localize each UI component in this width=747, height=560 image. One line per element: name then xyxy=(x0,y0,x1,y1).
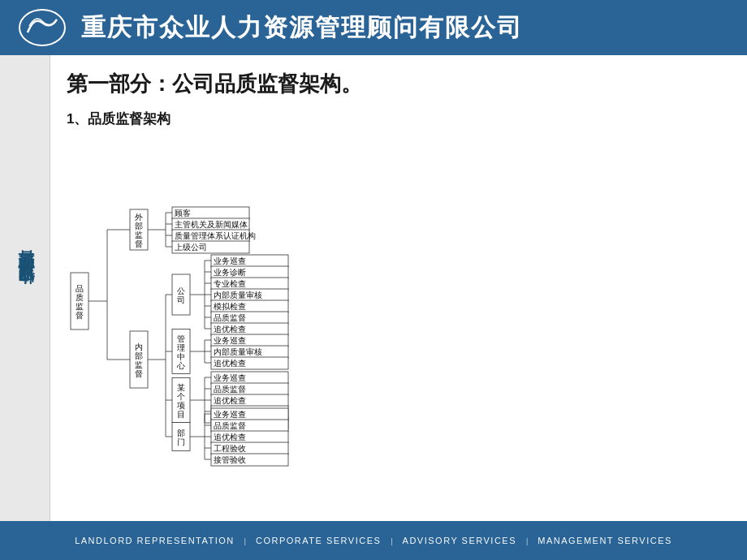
svg-text:部: 部 xyxy=(135,351,143,360)
svg-text:督: 督 xyxy=(135,239,143,248)
svg-text:某: 某 xyxy=(177,383,185,392)
svg-text:督: 督 xyxy=(135,369,143,378)
sidebar-label: 物业服务品质监督 xyxy=(14,278,36,298)
footer-sep-2: | xyxy=(391,536,392,545)
company-name: 重庆市众业人力资源管理顾问有限公司 xyxy=(81,11,523,45)
svg-text:监: 监 xyxy=(76,302,84,311)
svg-text:顾客: 顾客 xyxy=(175,209,191,218)
svg-text:追优检查: 追优检查 xyxy=(214,359,246,368)
svg-text:门: 门 xyxy=(177,437,185,446)
svg-text:中: 中 xyxy=(177,352,185,361)
svg-text:业务巡查: 业务巡查 xyxy=(214,410,246,419)
svg-text:心: 心 xyxy=(176,361,185,370)
svg-text:质: 质 xyxy=(76,293,84,302)
svg-text:部: 部 xyxy=(177,429,185,437)
org-chart: 品质监督外部监督顾客主管机关及新闻媒体质量管理体系认证机构上级公司内部监督公司业… xyxy=(67,136,635,469)
section-title: 第一部分：公司品质监督架构。 xyxy=(67,70,731,98)
svg-text:主管机关及新闻媒体: 主管机关及新闻媒体 xyxy=(175,220,248,229)
svg-text:业务诊断: 业务诊断 xyxy=(214,268,246,277)
svg-text:公: 公 xyxy=(177,286,185,295)
footer-item-management: MANAGEMENT SERVICES xyxy=(538,536,672,545)
svg-text:内部质量审核: 内部质量审核 xyxy=(214,347,262,356)
footer-item-advisory: ADVISORY SERVICES xyxy=(403,536,516,545)
svg-text:管: 管 xyxy=(177,334,185,343)
svg-text:业务巡查: 业务巡查 xyxy=(214,336,246,345)
svg-text:内: 内 xyxy=(135,342,143,351)
footer-item-corporate: CORPORATE SERVICES xyxy=(256,536,381,545)
svg-text:理: 理 xyxy=(177,343,185,352)
svg-text:部: 部 xyxy=(135,222,143,230)
logo xyxy=(16,7,68,48)
svg-text:业务巡查: 业务巡查 xyxy=(214,256,246,265)
svg-text:上级公司: 上级公司 xyxy=(175,243,207,252)
svg-text:项: 项 xyxy=(177,401,185,410)
footer-item-landlord: LANDLORD REPRESENTATION xyxy=(75,536,235,545)
svg-point-0 xyxy=(19,10,65,45)
svg-text:司: 司 xyxy=(177,295,185,304)
svg-text:接管验收: 接管验收 xyxy=(214,455,246,464)
svg-text:监: 监 xyxy=(135,230,143,239)
chart-title: 1、品质监督架构 xyxy=(67,110,731,128)
footer-sep-1: | xyxy=(244,536,246,545)
svg-text:模拟检查: 模拟检查 xyxy=(214,302,246,311)
content-area: 第一部分：公司品质监督架构。 1、品质监督架构 品质监督外部监督顾客主管机关及新… xyxy=(50,55,747,521)
svg-text:追优检查: 追优检查 xyxy=(214,325,246,334)
main-content: 物业服务品质监督 第一部分：公司品质监督架构。 1、品质监督架构 品质监督外部监… xyxy=(0,55,747,521)
svg-text:品质监督: 品质监督 xyxy=(214,421,246,430)
footer-sep-3: | xyxy=(526,536,528,545)
footer: LANDLORD REPRESENTATION | CORPORATE SERV… xyxy=(0,521,747,560)
svg-text:外: 外 xyxy=(135,213,143,222)
svg-text:目: 目 xyxy=(177,410,185,419)
svg-text:专业检查: 专业检查 xyxy=(214,279,246,288)
svg-text:督: 督 xyxy=(76,311,84,320)
svg-text:业务巡查: 业务巡查 xyxy=(214,373,246,382)
svg-text:个: 个 xyxy=(177,392,185,401)
svg-text:质量管理体系认证机构: 质量管理体系认证机构 xyxy=(175,231,256,240)
svg-text:追优检查: 追优检查 xyxy=(214,433,246,442)
svg-text:监: 监 xyxy=(135,360,143,369)
svg-text:追优检查: 追优检查 xyxy=(214,396,246,405)
svg-text:内部质量审核: 内部质量审核 xyxy=(214,291,262,299)
svg-text:工程验收: 工程验收 xyxy=(214,444,246,453)
svg-text:品质监督: 品质监督 xyxy=(214,385,246,394)
svg-text:品: 品 xyxy=(76,284,84,293)
sidebar: 物业服务品质监督 xyxy=(0,55,50,521)
header: 重庆市众业人力资源管理顾问有限公司 xyxy=(0,0,747,55)
svg-text:品质监督: 品质监督 xyxy=(214,313,246,322)
